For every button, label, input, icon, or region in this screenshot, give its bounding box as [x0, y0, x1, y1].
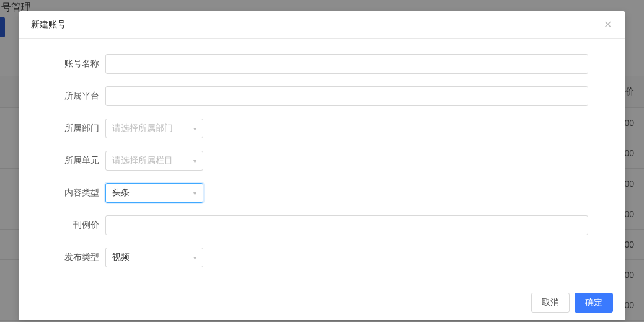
chevron-down-icon: ▾ [193, 254, 196, 261]
publish-type-select[interactable]: 视频 ▾ [105, 248, 203, 267]
price-input[interactable] [105, 215, 588, 235]
chevron-down-icon: ▾ [193, 158, 196, 164]
modal-footer: 取消 确定 [19, 285, 625, 320]
platform-input[interactable] [105, 86, 588, 106]
new-account-modal: 新建账号 ✕ 账号名称 所属平台 所属部门 请选择所属部门 ▾ 所属单元 [19, 11, 625, 320]
platform-label: 所属平台 [56, 91, 105, 102]
unit-select-placeholder: 请选择所属栏目 [112, 155, 173, 166]
unit-label: 所属单元 [56, 155, 105, 166]
account-name-input[interactable] [105, 54, 588, 74]
chevron-down-icon: ▾ [193, 190, 196, 197]
close-icon[interactable]: ✕ [602, 19, 613, 31]
unit-select[interactable]: 请选择所属栏目 ▾ [105, 151, 203, 171]
department-select[interactable]: 请选择所属部门 ▾ [105, 119, 203, 138]
cancel-button[interactable]: 取消 [531, 293, 570, 313]
content-type-value: 头条 [112, 187, 130, 199]
department-select-placeholder: 请选择所属部门 [112, 123, 173, 134]
publish-type-label: 发布类型 [56, 252, 105, 263]
modal-title: 新建账号 [31, 19, 66, 30]
chevron-down-icon: ▾ [193, 125, 196, 132]
content-type-label: 内容类型 [56, 187, 105, 199]
ok-button[interactable]: 确定 [575, 293, 613, 313]
modal-body: 账号名称 所属平台 所属部门 请选择所属部门 ▾ 所属单元 请选择所属栏目 ▾ [19, 39, 625, 285]
publish-type-value: 视频 [112, 252, 130, 263]
department-label: 所属部门 [56, 123, 105, 134]
price-label: 刊例价 [56, 220, 105, 231]
content-type-select[interactable]: 头条 ▾ [105, 183, 203, 203]
account-name-label: 账号名称 [56, 58, 105, 69]
modal-header: 新建账号 ✕ [19, 11, 625, 39]
